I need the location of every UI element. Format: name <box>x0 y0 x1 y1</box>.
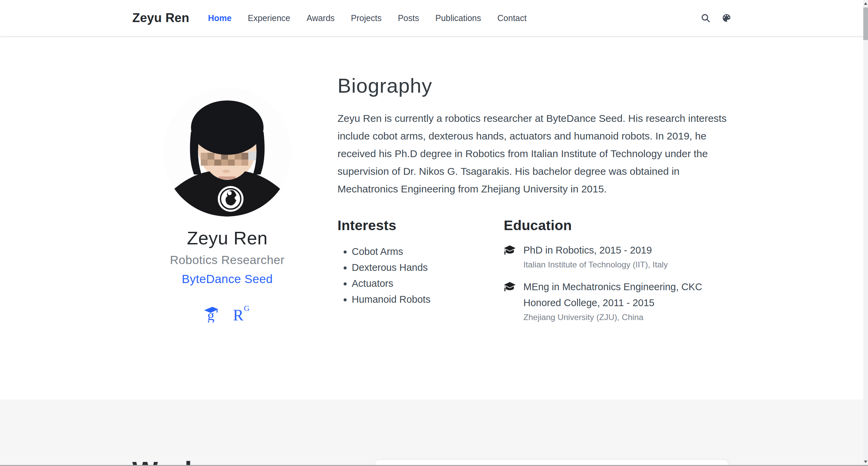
institution-text: Zhejiang University (ZJU), China <box>523 312 728 323</box>
education-section: Education PhD in Robotics, 2015 - 2019 I… <box>504 218 728 332</box>
graduation-cap-icon <box>504 282 516 323</box>
nav-menu: Home Experience Awards Projects Posts Pu… <box>208 13 526 23</box>
nav-item-posts[interactable]: Posts <box>398 13 419 23</box>
biography-text: Zeyu Ren is currently a robotics researc… <box>337 110 729 198</box>
education-title: Education <box>504 218 728 234</box>
education-item: MEng in Mechatronics Engineering, CKC Ho… <box>504 279 728 323</box>
avatar <box>163 88 292 217</box>
social-links: g R G <box>132 305 322 322</box>
profile-organization-link[interactable]: ByteDance Seed <box>182 272 273 285</box>
biography-title: Biography <box>337 74 732 97</box>
education-list: PhD in Robotics, 2015 - 2019 Italian Ins… <box>504 242 728 323</box>
about-section: Zeyu Ren Robotics Researcher ByteDance S… <box>0 36 868 399</box>
avatar-image <box>163 88 292 217</box>
svg-text:g: g <box>207 307 214 322</box>
graduation-cap-icon <box>504 245 516 270</box>
nav-actions <box>700 12 732 24</box>
scrollbar-up-button[interactable] <box>864 2 867 5</box>
svg-text:R: R <box>233 306 244 322</box>
interest-item: Actuators <box>352 276 504 292</box>
ig-logo-icon <box>218 186 244 212</box>
interests-section: Interests Cobot Arms Dexterous Hands Act… <box>337 218 504 332</box>
scrollbar-thumb[interactable] <box>863 7 868 40</box>
scrollbar-down-button[interactable] <box>864 461 867 463</box>
profile-name: Zeyu Ren <box>132 227 322 248</box>
nav-item-projects[interactable]: Projects <box>351 13 382 23</box>
interests-list: Cobot Arms Dexterous Hands Actuators Hum… <box>337 244 504 307</box>
nav-item-experience[interactable]: Experience <box>248 13 290 23</box>
brand[interactable]: Zeyu Ren <box>132 11 189 25</box>
interest-item: Dexterous Hands <box>352 260 504 276</box>
google-scholar-icon[interactable]: g <box>203 305 221 322</box>
interests-title: Interests <box>337 218 504 234</box>
svg-text:G: G <box>244 305 250 313</box>
degree-text: MEng in Mechatronics Engineering, CKC Ho… <box>523 279 728 311</box>
nav-item-publications[interactable]: Publications <box>435 13 481 23</box>
work-section: Work <box>0 399 868 466</box>
researchgate-icon[interactable]: R G <box>232 305 251 322</box>
biography-section: Biography Zeyu Ren is currently a roboti… <box>337 36 732 399</box>
palette-icon[interactable] <box>721 12 732 24</box>
institution-text: Italian Institute of Technology (IIT), I… <box>523 259 668 270</box>
profile-role: Robotics Researcher <box>132 253 322 267</box>
nav-item-awards[interactable]: Awards <box>307 13 335 23</box>
nav-item-contact[interactable]: Contact <box>497 13 526 23</box>
nav-item-home[interactable]: Home <box>208 13 231 23</box>
degree-text: PhD in Robotics, 2015 - 2019 <box>523 242 668 258</box>
interest-item: Humanoid Robots <box>352 292 504 307</box>
interest-item: Cobot Arms <box>352 244 504 260</box>
education-item: PhD in Robotics, 2015 - 2019 Italian Ins… <box>504 242 728 270</box>
scrollbar[interactable] <box>863 0 868 466</box>
profile-card: Zeyu Ren Robotics Researcher ByteDance S… <box>132 36 322 399</box>
navbar: Zeyu Ren Home Experience Awards Projects… <box>0 0 868 36</box>
search-icon[interactable] <box>700 12 711 24</box>
